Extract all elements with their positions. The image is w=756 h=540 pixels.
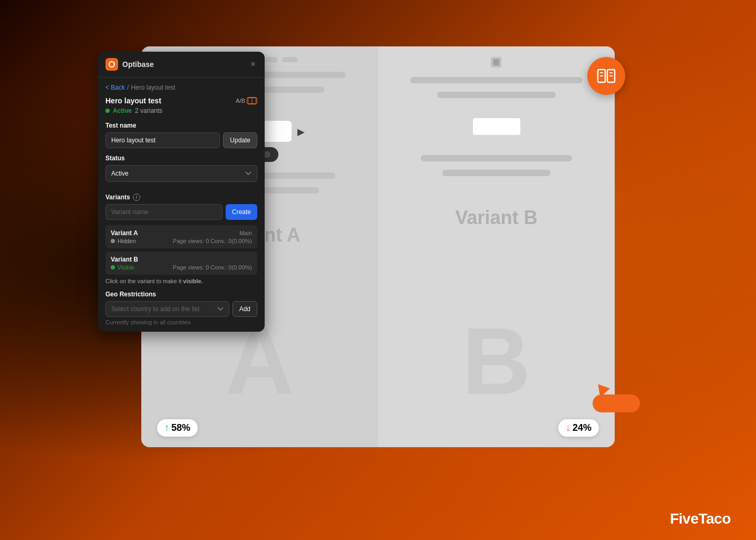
panel-header: Optibase × [98,52,265,78]
country-select[interactable]: Select country to add on the list United… [105,301,229,317]
fivetaco-brand: FiveTaco [670,510,731,527]
test-name-row: Update [105,132,257,148]
update-button[interactable]: Update [223,132,257,148]
orange-cursor [596,386,608,398]
optibase-logo [105,58,118,71]
status-label: Status [105,155,257,162]
ab-icon-svg [597,66,616,85]
experiment-name: Hero layout test [105,97,161,105]
stat-a-arrow: ↑ [164,422,169,433]
mock-bar-b2 [437,92,556,98]
mock-bar-b3 [421,155,571,161]
mock-bar-b4 [442,170,550,176]
status-active-text: Active [113,107,132,114]
variant-a-stats: Page views: 0 Conv.: 0(0.00%) [173,238,252,244]
optibase-panel: Optibase × < Back / Hero layout test Her… [98,52,265,332]
add-button[interactable]: Add [232,301,257,317]
hidden-dot [111,239,115,243]
create-button[interactable]: Create [226,204,257,220]
variant-b-side: Variant B B ↓ 24% [378,46,615,447]
info-icon: i [133,194,140,201]
geo-label: Geo Restrictions [105,291,257,298]
variants-header: Variants i [105,194,257,201]
panel-header-left: Optibase [105,58,154,71]
variant-b-stats: Page views: 0 Conv.: 0(0.00%) [173,264,252,271]
panel-body: < Back / Hero layout test Hero layout te… [98,78,265,332]
variant-b-letter: B [462,306,531,416]
click-tip: Click on the variant to make it visible. [105,278,257,284]
status-dot-green [105,109,110,113]
test-name-input[interactable] [105,132,220,148]
ab-label: A/B [236,98,245,104]
variants-label: Variants [105,194,130,201]
stat-b-arrow: ↓ [566,422,570,433]
variant-a-top: Variant A Main [111,229,252,237]
variant-b-row[interactable]: Variant B Visible Page views: 0 Conv.: 0… [105,252,257,275]
variant-b-status: Visible [111,264,134,271]
breadcrumb-back-link[interactable]: < Back [105,84,125,91]
cursor-arrow [594,384,610,400]
experiment-title-row: Hero layout test A/B [105,97,257,105]
variant-a-tag: Main [239,230,252,236]
mock-widget-b [473,118,520,135]
variant-name-input[interactable] [105,204,222,220]
ab-badge: A/B [236,97,257,104]
test-name-label: Test name [105,122,257,129]
breadcrumb: < Back / Hero layout test [105,84,257,91]
variant-b-label: Variant B [455,207,537,229]
ab-icon-small [247,97,257,104]
geo-note: Currently showing in all countries [105,319,257,325]
close-button[interactable]: × [249,60,257,69]
mock-bar-b1 [410,77,583,83]
variant-name-row: Create [105,204,257,220]
variant-a-name: Variant A [111,229,138,237]
variant-b-top: Variant B [111,256,252,263]
status-row: Active 2 variants [105,107,257,114]
panel-title: Optibase [122,60,154,69]
variant-b-name: Variant B [111,256,138,263]
variant-a-status: Hidden [111,238,136,244]
variant-b-status-text: Visible [118,264,134,271]
breadcrumb-current: Hero layout test [131,84,175,91]
geo-row: Select country to add on the list United… [105,301,257,317]
variants-count: 2 variants [135,107,162,114]
breadcrumb-separator: / [127,84,129,91]
stat-b-value: 24% [573,422,592,433]
visible-dot [111,265,115,269]
click-tip-bold: visible. [183,278,202,284]
ab-test-icon-button[interactable] [587,57,625,95]
stat-a-value: 58% [171,422,190,433]
variant-a-status-text: Hidden [118,238,136,244]
variant-a-row[interactable]: Variant A Main Hidden Page views: 0 Conv… [105,225,257,248]
status-select[interactable]: Active Paused Stopped [105,165,257,182]
variant-a-stat: ↑ 58% [157,419,198,437]
variant-b-stat: ↓ 24% [558,419,599,437]
